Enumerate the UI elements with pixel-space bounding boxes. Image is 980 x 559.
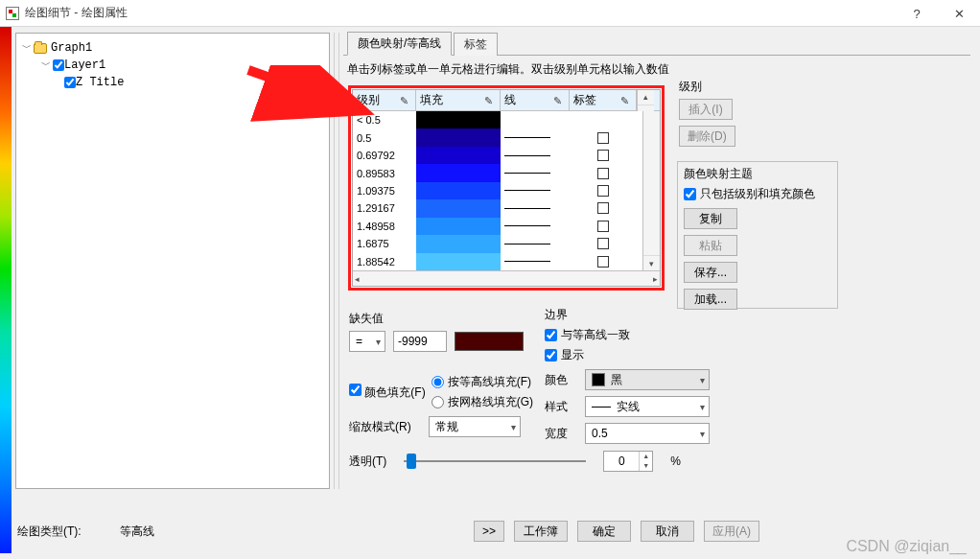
boundary-style-select[interactable]: 实线: [585, 396, 710, 417]
splitter[interactable]: [334, 33, 339, 489]
include-levels-fill-input[interactable]: [684, 188, 696, 200]
boundary-width-select[interactable]: 0.5: [585, 423, 710, 444]
fill-cell[interactable]: [416, 147, 501, 164]
label-cell[interactable]: [570, 182, 637, 199]
ztitle-checkbox[interactable]: [64, 77, 76, 88]
missing-op-select[interactable]: =: [349, 331, 385, 352]
fill-by-grid-radio[interactable]: [432, 396, 444, 408]
col-line-header[interactable]: 线 ✎: [501, 90, 570, 110]
table-row[interactable]: 1.09375: [353, 182, 642, 199]
transparency-spinbox[interactable]: ▲▼: [603, 451, 653, 472]
level-cell[interactable]: 1.48958: [353, 218, 416, 235]
level-cell[interactable]: < 0.5: [353, 111, 416, 128]
color-fill-input[interactable]: [349, 384, 362, 396]
level-cell[interactable]: 1.88542: [353, 253, 416, 270]
insert-level-button[interactable]: 插入(I): [679, 99, 733, 120]
include-levels-fill-checkbox[interactable]: 只包括级别和填充颜色: [684, 186, 831, 202]
label-cell[interactable]: [570, 199, 637, 217]
label-cell[interactable]: [570, 147, 637, 164]
checkbox-label: 颜色填充(F): [364, 385, 425, 399]
transparency-value-input[interactable]: [604, 454, 639, 469]
level-cell[interactable]: 0.5: [353, 128, 416, 146]
layer-checkbox[interactable]: [53, 59, 64, 71]
table-row[interactable]: 1.29167: [353, 199, 642, 217]
label-cell[interactable]: [570, 253, 637, 270]
spin-up[interactable]: ▲: [640, 452, 652, 461]
fill-cell[interactable]: [416, 111, 501, 128]
label-cell[interactable]: [570, 164, 637, 181]
missing-color-swatch[interactable]: [455, 332, 524, 351]
color-fill-checkbox[interactable]: 颜色填充(F): [349, 384, 426, 401]
table-row[interactable]: 1.48958: [353, 218, 642, 235]
paste-theme-button[interactable]: 粘贴: [684, 235, 737, 256]
save-theme-button[interactable]: 保存...: [684, 262, 737, 283]
table-row[interactable]: 1.88542: [353, 253, 642, 270]
line-cell[interactable]: [501, 111, 570, 128]
fill-by-contour-radio[interactable]: [432, 376, 444, 388]
apply-button[interactable]: 应用(A): [704, 521, 759, 542]
line-cell[interactable]: [501, 253, 570, 270]
table-row[interactable]: 0.89583: [353, 164, 642, 181]
col-level-header[interactable]: 级别 ✎: [353, 90, 416, 110]
label-cell[interactable]: [570, 218, 637, 235]
line-cell[interactable]: [501, 128, 570, 146]
fill-cell[interactable]: [416, 218, 501, 235]
tab-color-contour[interactable]: 颜色映射/等高线: [347, 32, 452, 56]
fill-cell[interactable]: [416, 164, 501, 181]
transparency-slider[interactable]: [404, 452, 586, 471]
workbook-button[interactable]: 工作簿: [514, 521, 568, 542]
level-cell[interactable]: 1.09375: [353, 182, 416, 199]
tab-label[interactable]: 标签: [454, 33, 498, 56]
boundary-show-input[interactable]: [545, 349, 557, 361]
chevron-down-icon[interactable]: ﹀: [22, 41, 32, 55]
delete-level-button[interactable]: 删除(D): [679, 126, 735, 147]
line-cell[interactable]: [501, 147, 570, 164]
ok-button[interactable]: 确定: [577, 521, 631, 542]
cancel-button[interactable]: 取消: [641, 521, 694, 542]
col-fill-header[interactable]: 填充 ✎: [416, 90, 501, 110]
table-row[interactable]: 1.6875: [353, 235, 642, 252]
level-cell[interactable]: 0.89583: [353, 164, 416, 181]
same-as-contour-input[interactable]: [545, 329, 557, 341]
col-label-header[interactable]: 标签 ✎: [570, 90, 637, 110]
line-cell[interactable]: [501, 182, 570, 199]
fill-cell[interactable]: [416, 253, 501, 270]
fill-cell[interactable]: [416, 235, 501, 252]
copy-theme-button[interactable]: 复制: [684, 208, 737, 229]
scale-mode-select[interactable]: 常规: [429, 416, 521, 437]
tree-node-ztitle[interactable]: Z Title: [20, 74, 325, 91]
boundary-color-select[interactable]: 黑: [585, 369, 710, 390]
label-cell[interactable]: [570, 128, 637, 146]
table-row[interactable]: 0.69792: [353, 147, 642, 164]
fill-cell[interactable]: [416, 128, 501, 146]
level-cell[interactable]: 1.6875: [353, 235, 416, 252]
line-cell[interactable]: [501, 199, 570, 217]
boundary-show-checkbox[interactable]: 显示: [545, 347, 727, 363]
same-as-contour-checkbox[interactable]: 与等高线一致: [545, 327, 727, 343]
fill-cell[interactable]: [416, 182, 501, 199]
tree-node-graph[interactable]: ﹀ Graph1: [20, 39, 325, 57]
fill-cell[interactable]: [416, 199, 501, 217]
table-row[interactable]: 0.5: [353, 128, 642, 146]
level-cell[interactable]: 0.69792: [353, 147, 416, 164]
chevron-down-icon[interactable]: ﹀: [41, 58, 51, 72]
scroll-left-button[interactable]: ◂: [355, 274, 360, 284]
scroll-down-button[interactable]: ▾: [643, 255, 660, 270]
help-button[interactable]: ?: [896, 0, 938, 27]
expand-button[interactable]: >>: [474, 521, 504, 542]
label-cell[interactable]: [570, 111, 637, 128]
vertical-scrollbar[interactable]: ▾: [642, 111, 660, 270]
horizontal-scrollbar[interactable]: ◂ ▸: [353, 270, 660, 286]
scroll-up-button[interactable]: ▴: [638, 90, 654, 105]
scroll-right-button[interactable]: ▸: [653, 274, 658, 284]
close-button[interactable]: ✕: [938, 0, 980, 27]
missing-value-input[interactable]: [393, 331, 447, 352]
table-row[interactable]: < 0.5: [353, 111, 642, 128]
label-cell[interactable]: [570, 235, 637, 252]
tree-node-layer[interactable]: ﹀ Layer1: [20, 57, 325, 74]
level-cell[interactable]: 1.29167: [353, 199, 416, 217]
spin-down[interactable]: ▼: [640, 461, 652, 471]
line-cell[interactable]: [501, 218, 570, 235]
line-cell[interactable]: [501, 235, 570, 252]
line-cell[interactable]: [501, 164, 570, 181]
